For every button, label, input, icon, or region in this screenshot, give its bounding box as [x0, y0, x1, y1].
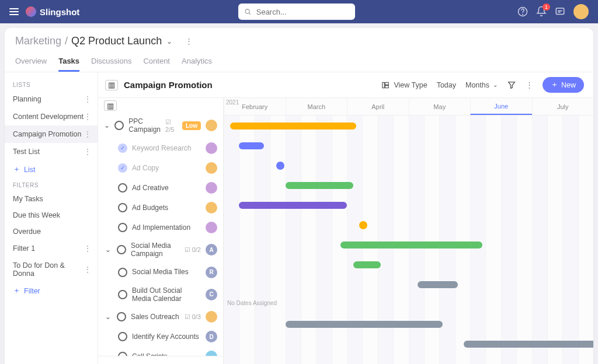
search-input-wrap[interactable]	[238, 4, 355, 20]
gantt-milestone[interactable]	[276, 162, 284, 170]
gantt-bar[interactable]	[340, 242, 482, 249]
gantt-bar[interactable]	[286, 321, 443, 328]
status-circle[interactable]	[118, 223, 127, 232]
task-row[interactable]: Social Media TilesR	[98, 262, 223, 282]
chat-icon[interactable]	[555, 6, 565, 17]
tab-analytics[interactable]: Analytics	[182, 53, 212, 72]
assignee-avatar[interactable]	[206, 162, 217, 174]
task-row[interactable]: Identify Key AccountsD	[98, 327, 223, 346]
status-circle[interactable]	[117, 312, 126, 321]
item-menu-icon[interactable]: ⋮	[84, 94, 92, 104]
viewtype-button[interactable]: View Type	[381, 81, 427, 89]
list-icon[interactable]: ▥	[105, 80, 118, 90]
month-header[interactable]: June	[470, 98, 532, 115]
sidebar-filter-item[interactable]: Due this Week	[5, 207, 98, 223]
assignee-avatar[interactable]	[206, 351, 217, 356]
status-circle[interactable]	[118, 268, 127, 277]
search-input[interactable]	[256, 8, 350, 16]
item-menu-icon[interactable]: ⋮	[84, 147, 92, 156]
task-row[interactable]: ⌄Sales Outreach☑ 0/3	[98, 307, 223, 327]
sidebar-list-item[interactable]: Planning⋮	[5, 90, 98, 108]
status-circle[interactable]	[118, 352, 127, 356]
help-icon[interactable]	[517, 6, 528, 17]
month-header[interactable]: May	[409, 98, 471, 115]
add-filter-button[interactable]: ＋Filter	[5, 282, 98, 300]
sidebar-filter-item[interactable]: To Do for Don & Donna⋮	[5, 257, 98, 282]
sidebar-filter-item[interactable]: Overdue	[5, 223, 98, 240]
item-menu-icon[interactable]: ⋮	[84, 112, 92, 121]
assignee-avatar[interactable]	[206, 142, 217, 154]
tab-tasks[interactable]: Tasks	[58, 53, 79, 72]
today-button[interactable]: Today	[437, 81, 456, 89]
sidebar-list-item[interactable]: Content Development⋮	[5, 108, 98, 125]
tab-content[interactable]: Content	[143, 53, 170, 72]
chevron-down-icon[interactable]: ⌄	[104, 121, 110, 130]
menu-icon[interactable]	[9, 8, 19, 15]
task-row[interactable]: ⌄Social Media Campaign☑ 0/2A	[98, 237, 223, 262]
chevron-down-icon[interactable]: ⌄	[166, 37, 172, 46]
task-row[interactable]: Call Scripts	[98, 346, 223, 356]
status-circle[interactable]	[118, 290, 127, 299]
status-circle[interactable]	[118, 332, 127, 341]
chevron-down-icon[interactable]: ⌄	[104, 246, 112, 254]
sidebar-list-item[interactable]: Test List⋮	[5, 143, 98, 160]
task-name: Build Out Social Media Calendar	[132, 286, 201, 303]
chevron-down-icon[interactable]: ⌄	[104, 313, 112, 321]
gantt-bar[interactable]	[418, 281, 458, 288]
tab-overview[interactable]: Overview	[15, 53, 47, 72]
task-row[interactable]: Ad Budgets	[98, 198, 223, 218]
status-circle[interactable]	[118, 183, 127, 192]
task-row[interactable]: Build Out Social Media CalendarC	[98, 282, 223, 307]
task-row[interactable]: ⌄PPC Campaign☑ 2/5Low	[98, 113, 223, 138]
new-button[interactable]: ＋New	[543, 77, 584, 93]
gantt-bar[interactable]	[464, 341, 593, 348]
gantt-milestone[interactable]	[359, 221, 367, 229]
status-circle[interactable]	[117, 245, 126, 254]
assignee-avatar[interactable]	[206, 182, 217, 194]
collapse-icon[interactable]: ▥	[104, 100, 117, 111]
status-circle[interactable]	[118, 203, 127, 212]
months-button[interactable]: Months⌄	[465, 81, 498, 89]
breadcrumb-root[interactable]: Marketing	[15, 35, 61, 47]
checked-icon[interactable]: ✓	[118, 144, 127, 153]
add-list-button[interactable]: ＋List	[5, 160, 98, 178]
assignee-avatar[interactable]: D	[206, 331, 217, 342]
assignee-avatar[interactable]: C	[206, 289, 217, 300]
assignee-avatar[interactable]	[206, 311, 217, 323]
task-row[interactable]: ✓Ad Copy	[98, 158, 223, 178]
status-circle[interactable]	[114, 121, 124, 130]
assignee-avatar[interactable]: R	[206, 267, 217, 278]
assignee-avatar[interactable]	[206, 222, 217, 233]
gantt-bar[interactable]	[239, 202, 347, 209]
gantt-bar[interactable]	[239, 142, 263, 149]
assignee-avatar[interactable]	[206, 120, 217, 131]
month-header[interactable]: July	[532, 98, 594, 115]
sidebar-filter-item[interactable]: Filter 1⋮	[5, 240, 98, 257]
gantt-bar[interactable]	[230, 123, 356, 130]
assignee-avatar[interactable]	[206, 202, 217, 214]
user-avatar[interactable]	[573, 4, 589, 19]
breadcrumb-menu-icon[interactable]: ⋮	[185, 37, 193, 46]
notifications-icon[interactable]: 1	[536, 6, 547, 18]
task-row[interactable]: Ad Implementation	[98, 218, 223, 237]
breadcrumb-current[interactable]: Q2 Product Launch	[71, 35, 162, 47]
month-header[interactable]: March	[286, 98, 347, 115]
add-task-button[interactable]: ＋Task	[98, 356, 223, 364]
gantt-bar[interactable]	[353, 261, 381, 268]
brand-logo[interactable]: Slingshot	[26, 6, 79, 17]
item-menu-icon[interactable]: ⋮	[84, 244, 92, 253]
assignee-avatar[interactable]: A	[206, 244, 217, 256]
task-row[interactable]: ✓Keyword Research	[98, 138, 223, 158]
month-header[interactable]: April	[347, 98, 409, 115]
filter-icon[interactable]	[507, 80, 516, 90]
sidebar-filter-item[interactable]: My Tasks	[5, 191, 98, 207]
checked-icon[interactable]: ✓	[118, 163, 127, 173]
task-row[interactable]: Ad Creative	[98, 178, 223, 198]
item-menu-icon[interactable]: ⋮	[84, 265, 92, 274]
gantt-bar[interactable]	[286, 182, 353, 189]
sidebar-list-item[interactable]: Campaign Promotion⋮	[5, 125, 98, 143]
gantt-timeline[interactable]: 2021 FebruaryMarchAprilMayJuneJuly No Da…	[224, 98, 593, 364]
toolbar-menu-icon[interactable]: ⋮	[526, 80, 533, 89]
item-menu-icon[interactable]: ⋮	[84, 130, 92, 139]
tab-discussions[interactable]: Discussions	[91, 53, 131, 72]
